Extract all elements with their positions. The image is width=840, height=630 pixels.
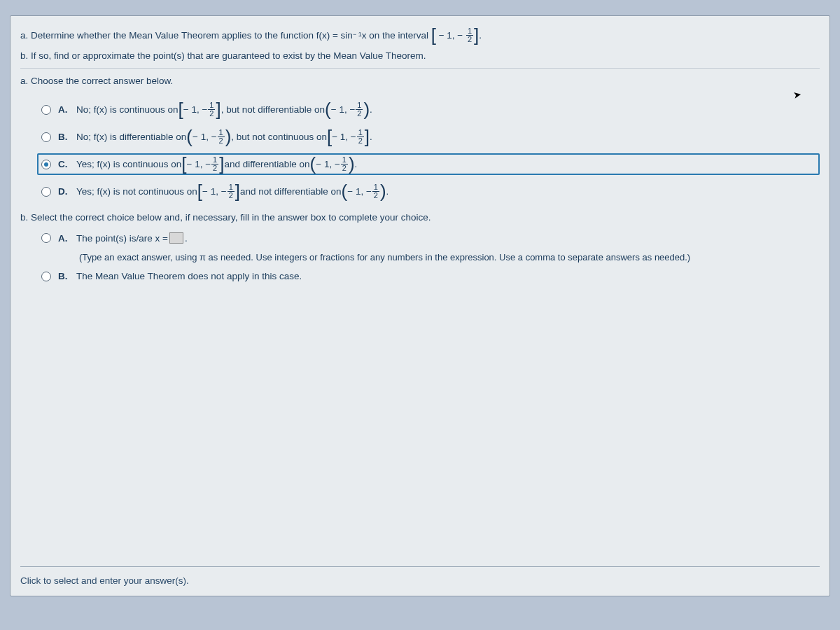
text: , but not differentiable on (221, 104, 325, 115)
problem-line-b: b. If so, find or approximate the point(… (20, 50, 820, 61)
fraction: 12 (227, 183, 234, 200)
text: The point(s) is/are x = (76, 233, 168, 244)
radio-b[interactable] (41, 132, 51, 142)
divider (20, 68, 820, 69)
cursor-icon: ➤ (792, 88, 803, 101)
option-b-a[interactable]: A. The point(s) is/are x = . (37, 230, 820, 246)
option-b-b[interactable]: B. The Mean Value Theorem does not apply… (37, 268, 820, 284)
fraction: 12 (341, 156, 348, 172)
radio-c[interactable] (41, 160, 51, 169)
text: − 1, − (347, 186, 372, 197)
question-panel: a. Determine whether the Mean Value Theo… (10, 15, 830, 596)
answer-hint: (Type an exact answer, using π as needed… (79, 252, 820, 262)
radio-a[interactable] (41, 105, 51, 115)
option-label: A. (58, 104, 71, 115)
option-label: C. (58, 159, 71, 169)
radio-b-a[interactable] (41, 233, 51, 243)
part-a-options: A. No; f(x) is continuous on [ − 1, − 12… (37, 99, 820, 202)
problem-line-a: a. Determine whether the Mean Value Theo… (20, 27, 820, 43)
text: a. Choose the correct answer below. (20, 76, 173, 86)
radio-b-b[interactable] (41, 272, 51, 281)
text: − 1, − (316, 159, 340, 169)
text: b. If so, find or approximate the point(… (20, 50, 426, 61)
exponent: − 1 (353, 31, 362, 38)
option-label: A. (58, 233, 71, 244)
text: x on the interval (362, 30, 431, 41)
text: − 1, − (187, 159, 211, 169)
option-d[interactable]: D. Yes; f(x) is not continuous on [ − 1,… (37, 181, 820, 202)
text: and not differentiable on (240, 186, 342, 197)
text: Yes; f(x) is continuous on (76, 159, 181, 169)
text: . (370, 132, 372, 142)
text: − 1, − (331, 104, 356, 115)
radio-d[interactable] (41, 187, 51, 197)
option-c[interactable]: C. Yes; f(x) is continuous on [ − 1, − 1… (37, 153, 820, 175)
text: − 1, − (332, 132, 356, 142)
text: , but not continuous on (231, 132, 327, 142)
fraction: 12 (372, 183, 379, 200)
fraction: 12 (211, 156, 218, 172)
option-label: D. (58, 186, 71, 197)
fraction: 12 (208, 102, 215, 118)
part-a-prompt: a. Choose the correct answer below. (20, 76, 820, 86)
text: No; f(x) is differentiable on (76, 132, 186, 142)
option-b[interactable]: B. No; f(x) is differentiable on ( − 1, … (37, 126, 820, 148)
option-a[interactable]: A. No; f(x) is continuous on [ − 1, − 12… (37, 99, 820, 120)
text: . (370, 104, 372, 115)
text: . (479, 30, 482, 41)
text: The Mean Value Theorem does not apply in… (76, 271, 302, 281)
text: − 1, − (436, 30, 465, 41)
text: Yes; f(x) is not continuous on (76, 186, 197, 197)
text: a. Determine whether the Mean Value Theo… (20, 30, 353, 41)
text: b. Select the correct choice below and, … (20, 212, 431, 223)
text: and differentiable on (224, 159, 309, 169)
text: . (386, 186, 389, 197)
answer-input[interactable] (169, 232, 183, 244)
option-label: B. (58, 132, 71, 142)
option-label: B. (58, 271, 71, 281)
part-b-prompt: b. Select the correct choice below and, … (20, 212, 820, 223)
fraction: 12 (356, 102, 363, 118)
text: − 1, − (192, 132, 217, 142)
text: . (355, 159, 358, 169)
text: − 1, − (183, 104, 208, 115)
text: . (185, 233, 188, 244)
fraction: 12 (218, 129, 225, 145)
text: No; f(x) is continuous on (76, 104, 178, 115)
part-b-options: A. The point(s) is/are x = . (Type an ex… (37, 230, 820, 284)
footer-text: Click to select and enter your answer(s)… (20, 575, 189, 586)
fraction: 12 (357, 129, 364, 145)
fraction: 1 2 (466, 27, 473, 43)
text: − 1, − (202, 186, 227, 197)
footer-instruction: Click to select and enter your answer(s)… (20, 566, 820, 586)
